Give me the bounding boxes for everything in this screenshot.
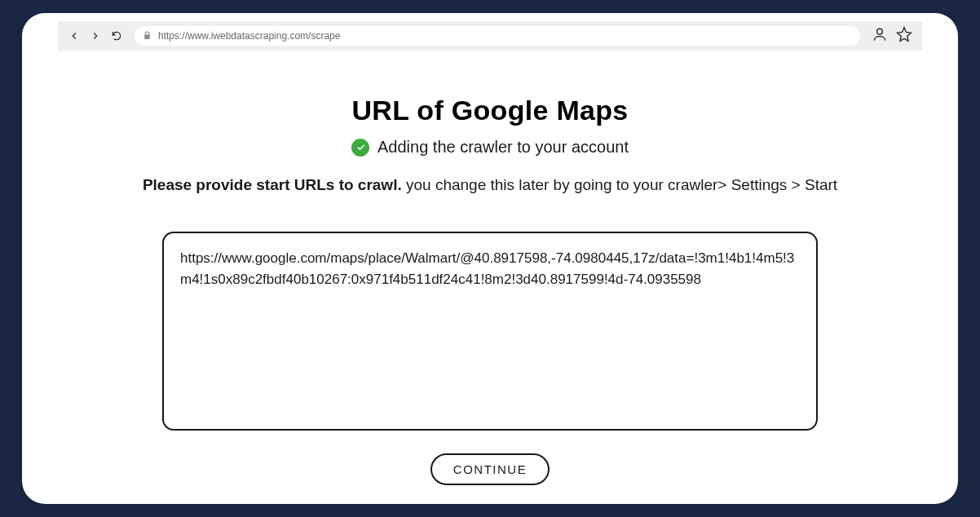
instruction-bold: Please provide start URLs to crawl.: [143, 176, 402, 193]
instruction-text: Please provide start URLs to crawl. you …: [55, 176, 925, 194]
nav-controls: [68, 29, 123, 42]
back-icon[interactable]: [68, 29, 81, 42]
continue-wrap: CONTINUE: [55, 453, 925, 485]
instruction-rest: you change this later by going to your c…: [402, 176, 837, 193]
reload-icon[interactable]: [110, 29, 123, 42]
browser-toolbar: https://www.iwebdatascraping.com/scrape: [58, 21, 922, 51]
app-window: https://www.iwebdatascraping.com/scrape …: [22, 13, 958, 504]
lock-icon: [143, 29, 152, 43]
svg-point-0: [877, 29, 883, 34]
status-row: Adding the crawler to your account: [55, 138, 925, 157]
page-title: URL of Google Maps: [55, 95, 925, 126]
status-text: Adding the crawler to your account: [377, 138, 629, 157]
toolbar-right: [872, 26, 912, 46]
user-icon[interactable]: [872, 26, 888, 46]
continue-button[interactable]: CONTINUE: [430, 453, 550, 485]
forward-icon[interactable]: [89, 29, 102, 42]
check-circle-icon: [351, 139, 369, 157]
page-content: URL of Google Maps Adding the crawler to…: [22, 51, 958, 502]
address-bar[interactable]: https://www.iwebdatascraping.com/scrape: [135, 26, 860, 46]
start-urls-input[interactable]: https://www.google.com/maps/place/Walmar…: [162, 232, 818, 431]
address-text: https://www.iwebdatascraping.com/scrape: [158, 30, 340, 42]
star-icon[interactable]: [896, 26, 912, 46]
